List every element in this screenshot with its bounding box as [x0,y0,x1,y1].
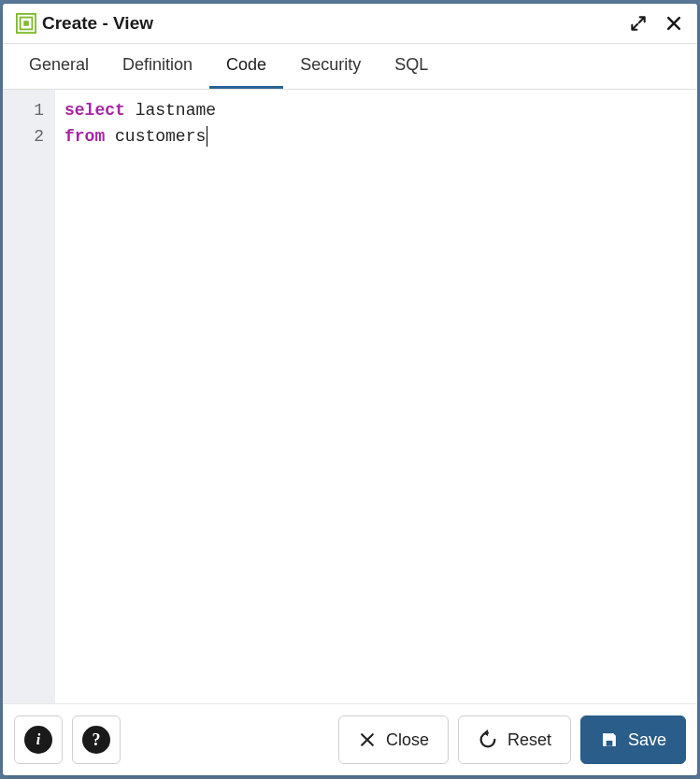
titlebar-actions [628,13,684,34]
info-icon: i [24,726,52,754]
create-view-dialog: Create - View General Definition Code Se… [3,4,697,775]
save-icon [600,730,619,749]
close-dialog-button[interactable] [664,13,684,34]
tab-sql[interactable]: SQL [378,44,445,89]
code-line[interactable]: select lastname [64,97,688,123]
line-number: 2 [10,123,44,149]
help-button[interactable]: ? [72,715,121,764]
dialog-footer: i ? Close Reset [3,703,697,775]
tab-general[interactable]: General [12,44,106,89]
close-icon [664,14,683,33]
titlebar: Create - View [3,4,697,44]
sql-info-button[interactable]: i [14,715,63,764]
text-cursor [207,126,207,147]
reset-button-label: Reset [507,730,551,750]
close-button[interactable]: Close [338,715,449,764]
maximize-button[interactable] [628,13,649,34]
save-button[interactable]: Save [580,715,686,764]
tab-security[interactable]: Security [283,44,378,89]
code-area[interactable]: select lastnamefrom customers [55,90,697,703]
tab-definition[interactable]: Definition [106,44,209,89]
line-number: 1 [10,97,44,123]
save-button-label: Save [628,730,666,750]
x-icon [358,730,377,749]
svg-point-6 [607,740,611,744]
dialog-title: Create - View [42,13,628,34]
code-editor[interactable]: 12 select lastnamefrom customers [3,90,697,703]
tab-code[interactable]: Code [209,44,283,89]
code-line[interactable]: from customers [64,123,688,149]
expand-icon [629,14,648,33]
tabs: General Definition Code Security SQL [3,44,697,90]
svg-rect-2 [23,21,29,26]
pgadmin-logo-icon [16,13,36,34]
line-number-gutter: 12 [3,90,55,703]
help-icon: ? [82,726,110,754]
reset-icon [478,729,498,750]
close-button-label: Close [386,730,429,750]
reset-button[interactable]: Reset [458,715,571,764]
